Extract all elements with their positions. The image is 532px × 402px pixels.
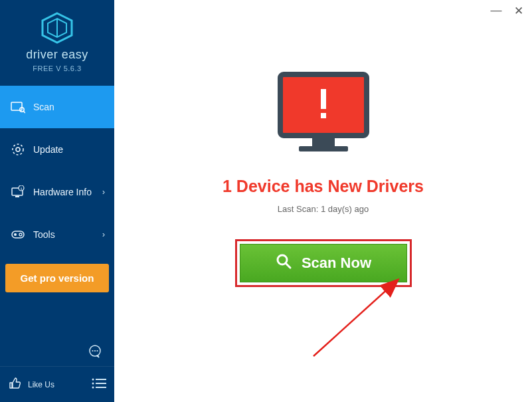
sidebar-item-tools[interactable]: Tools › — [0, 213, 114, 256]
alert-monitor-icon — [274, 70, 373, 159]
status-headline: 1 Device has New Drivers — [222, 177, 424, 196]
like-label: Like Us — [28, 380, 85, 389]
svg-line-32 — [286, 263, 290, 268]
svg-point-14 — [19, 233, 22, 236]
tools-icon — [9, 228, 27, 241]
svg-point-21 — [92, 383, 94, 385]
sidebar-item-label: Update — [33, 144, 105, 155]
main-panel: — ✕ 1 Device has New Drivers Last Scan: … — [114, 0, 532, 402]
scan-now-button[interactable]: Scan Now — [240, 244, 407, 282]
last-scan-text: Last Scan: 1 day(s) ago — [278, 204, 369, 214]
svg-point-18 — [96, 350, 98, 352]
magnifier-icon — [275, 252, 292, 274]
svg-point-17 — [94, 350, 96, 352]
like-icon[interactable] — [8, 377, 21, 392]
sidebar-item-update[interactable]: Update — [0, 128, 114, 171]
svg-rect-20 — [96, 379, 106, 380]
svg-point-23 — [92, 387, 94, 389]
close-button[interactable]: ✕ — [512, 4, 525, 18]
svg-rect-24 — [96, 387, 106, 388]
svg-point-16 — [92, 350, 93, 352]
svg-line-5 — [23, 111, 25, 113]
chevron-right-icon: › — [102, 230, 105, 239]
scan-button-highlight: Scan Now — [235, 239, 412, 287]
svg-point-6 — [13, 144, 23, 155]
svg-rect-27 — [312, 137, 335, 146]
arrow-annotation-icon — [308, 276, 408, 363]
svg-rect-29 — [321, 89, 326, 109]
svg-line-34 — [313, 280, 397, 356]
logo-block: driver easy FREE V 5.6.3 — [0, 0, 114, 79]
sidebar-nav: Scan Update i Hardware Info › Tools › — [0, 86, 114, 256]
sidebar-item-label: Tools — [33, 229, 102, 240]
svg-rect-30 — [321, 113, 326, 118]
svg-point-19 — [92, 379, 94, 381]
svg-point-7 — [16, 148, 20, 151]
update-icon — [9, 142, 27, 157]
sidebar-item-label: Scan — [33, 102, 105, 112]
sidebar: driver easy FREE V 5.6.3 Scan Update i H… — [0, 0, 114, 402]
sidebar-item-label: Hardware Info — [33, 187, 102, 197]
version-text: FREE V 5.6.3 — [0, 64, 114, 72]
svg-rect-22 — [96, 383, 106, 384]
svg-point-13 — [14, 233, 17, 236]
svg-rect-9 — [15, 196, 19, 197]
brand-text: driver easy — [0, 48, 114, 62]
logo-icon — [40, 12, 74, 44]
get-pro-label: Get pro version — [21, 272, 94, 284]
window-controls: — ✕ — [489, 4, 525, 18]
chevron-right-icon: › — [102, 187, 105, 197]
feedback-icon[interactable] — [88, 344, 104, 361]
scan-icon — [9, 100, 27, 114]
hardware-info-icon: i — [9, 185, 27, 199]
minimize-button[interactable]: — — [489, 4, 503, 18]
sidebar-item-hardware-info[interactable]: i Hardware Info › — [0, 171, 114, 213]
svg-rect-28 — [299, 146, 348, 151]
sidebar-item-scan[interactable]: Scan — [0, 86, 114, 128]
scan-now-label: Scan Now — [302, 254, 371, 272]
sidebar-bottom-bar: Like Us — [0, 366, 114, 402]
get-pro-button[interactable]: Get pro version — [5, 264, 109, 292]
menu-icon[interactable] — [92, 378, 106, 391]
